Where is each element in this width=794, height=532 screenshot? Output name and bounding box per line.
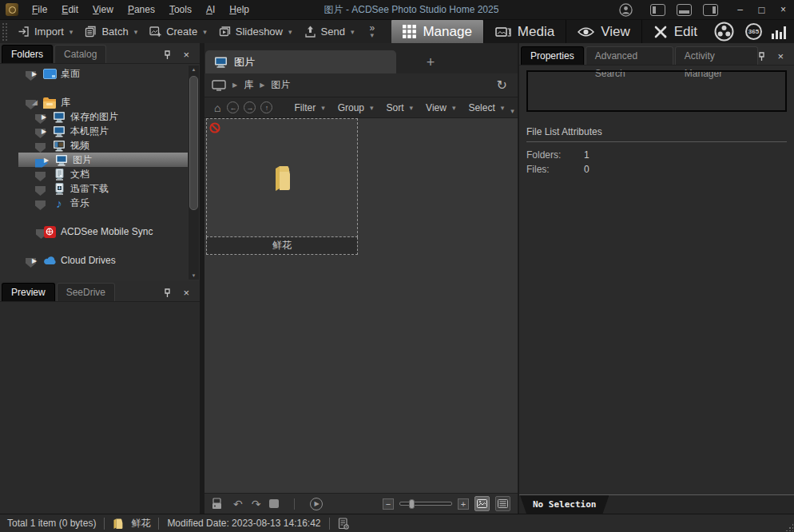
mode-edit-button[interactable]: Edit (641, 20, 709, 44)
scroll-up-icon[interactable]: ▲ (189, 66, 199, 73)
tab-catalog[interactable]: Catalog (54, 45, 106, 63)
toolbar-grip[interactable] (2, 22, 7, 42)
account-icon[interactable] (619, 3, 633, 17)
toolbar-overflow-button[interactable]: » ▾ (369, 25, 375, 39)
menu-panes[interactable]: Panes (121, 0, 162, 19)
mode-view-button[interactable]: View (566, 20, 641, 44)
home-icon[interactable]: ⌂ (214, 101, 220, 114)
close-panel-icon[interactable]: × (183, 288, 189, 298)
scroll-down-icon[interactable]: ▼ (189, 272, 199, 280)
sidebar-item-desktop[interactable]: ▶ 桌面 (0, 66, 200, 81)
menu-view[interactable]: View (85, 0, 121, 19)
expander-icon[interactable]: ▶ (32, 257, 42, 264)
refresh-icon[interactable]: ↻ (497, 77, 510, 93)
tab-properties[interactable]: Properties (521, 46, 584, 65)
undo-button[interactable]: ↶ (233, 498, 243, 510)
menu-tools[interactable]: Tools (162, 0, 199, 19)
minimize-button[interactable]: – (729, 0, 751, 19)
tab-activity-manager[interactable]: Activity Manager (675, 46, 759, 65)
easy-select-indicator[interactable] (35, 186, 46, 196)
batch-button[interactable]: Batch ▾ (78, 21, 143, 43)
pin-icon[interactable] (758, 52, 765, 62)
database-status-icon[interactable] (338, 518, 349, 530)
zoom-in-button[interactable]: + (458, 498, 469, 510)
details-view-button[interactable] (495, 496, 510, 511)
toggle-bottom-pane-icon[interactable] (677, 4, 692, 16)
sidebar-item-thunder-downloads[interactable]: 迅雷下载 (0, 181, 200, 196)
close-window-button[interactable]: × (772, 0, 794, 19)
mode-manage-button[interactable]: Manage (391, 20, 482, 44)
breadcrumb-item-pictures[interactable]: 图片 (271, 78, 290, 92)
expander-icon[interactable]: ▶ (42, 128, 52, 135)
scrollbar-thumb[interactable] (189, 76, 198, 210)
sidebar-item-saved-pictures[interactable]: ▶ 保存的图片 (0, 109, 200, 124)
tab-folders[interactable]: Folders (2, 45, 53, 63)
resize-grip[interactable] (785, 523, 793, 531)
group-menu[interactable]: Group▾ (331, 102, 380, 113)
breadcrumb-item-libraries[interactable]: 库 (244, 78, 253, 92)
image-basket-button[interactable] (212, 498, 224, 510)
no-selection-tab[interactable]: No Selection (520, 495, 609, 514)
expander-icon[interactable]: ▶ (44, 157, 54, 164)
filter-menu[interactable]: Filter▾ (288, 102, 331, 113)
compare-button[interactable] (269, 499, 279, 508)
sidebar-item-acdsee-mobile-sync[interactable]: ACDSee Mobile Sync (0, 224, 200, 239)
sidebar-item-music[interactable]: ♪ 音乐 (0, 196, 200, 210)
thumbnail-size-slider[interactable] (399, 502, 452, 506)
dashboard-button[interactable] (772, 25, 786, 39)
sidebar-item-camera-roll[interactable]: ▶ 本机照片 (0, 124, 200, 138)
toggle-left-pane-icon[interactable] (650, 4, 665, 16)
new-tab-button[interactable]: + (419, 54, 443, 71)
slideshow-play-button[interactable]: ▶ (310, 498, 323, 510)
easy-select-indicator[interactable] (35, 200, 46, 210)
menu-file[interactable]: File (25, 0, 54, 19)
send-button[interactable]: Send ▾ (298, 21, 360, 43)
folders-scrollbar[interactable]: ▲ ▼ (189, 66, 199, 280)
folder-thumbnail[interactable] (206, 118, 358, 237)
zoom-out-button[interactable]: − (383, 498, 394, 510)
tab-preview[interactable]: Preview (2, 283, 55, 301)
slideshow-button[interactable]: Slideshow ▾ (212, 21, 298, 43)
mode-media-button[interactable]: Media (483, 20, 566, 44)
acdsee-365-button[interactable]: 365 (745, 23, 762, 40)
sort-menu[interactable]: Sort▾ (380, 102, 420, 113)
menu-edit[interactable]: Edit (54, 0, 85, 19)
sidebar-item-videos[interactable]: 视频 (0, 138, 200, 153)
pin-icon[interactable] (164, 50, 171, 60)
import-button[interactable]: Import ▾ (11, 21, 78, 43)
menu-help[interactable]: Help (222, 0, 256, 19)
sidebar-item-libraries[interactable]: ◢ 库 (0, 95, 200, 109)
folder-item[interactable]: 鲜花 (206, 118, 358, 255)
close-panel-icon[interactable]: × (777, 52, 784, 62)
community-button[interactable] (714, 22, 734, 42)
toolbar-more-icon[interactable]: ▾ (510, 107, 517, 117)
expander-icon[interactable]: ▶ (32, 70, 42, 77)
menu-ai[interactable]: AI (199, 0, 222, 19)
back-icon[interactable]: ← (227, 101, 239, 113)
pin-icon[interactable] (164, 288, 171, 298)
easy-select-indicator[interactable] (35, 172, 46, 181)
file-list-view[interactable]: 鲜花 (204, 118, 518, 493)
close-panel-icon[interactable]: × (183, 50, 189, 60)
tab-seedrive[interactable]: SeeDrive (57, 283, 115, 301)
sidebar-item-documents[interactable]: 文档 (0, 167, 200, 181)
up-icon[interactable]: ↑ (260, 101, 272, 113)
redo-button[interactable]: ↷ (252, 498, 261, 510)
create-button[interactable]: Create ▾ (143, 21, 212, 43)
folder-item-label[interactable]: 鲜花 (206, 237, 358, 255)
maximize-button[interactable]: □ (751, 0, 772, 19)
view-menu[interactable]: View▾ (419, 102, 462, 113)
computer-icon[interactable] (212, 80, 226, 91)
forward-icon[interactable]: → (244, 101, 256, 113)
thumbnails-view-button[interactable] (474, 496, 490, 511)
sidebar-item-cloud-drives[interactable]: ▶ Cloud Drives (0, 253, 200, 268)
slider-thumb[interactable] (409, 499, 415, 509)
tab-pictures[interactable]: 图片 (205, 50, 396, 73)
expander-icon[interactable]: ◢ (32, 98, 42, 106)
expander-icon[interactable]: ▶ (42, 113, 52, 121)
select-menu[interactable]: Select▾ (462, 102, 510, 113)
toggle-right-pane-icon[interactable] (703, 4, 718, 16)
easy-select-indicator[interactable] (35, 143, 46, 153)
sidebar-item-pictures[interactable]: ▶ 图片 (0, 153, 200, 167)
tab-advanced-search[interactable]: Advanced Search (586, 46, 673, 65)
